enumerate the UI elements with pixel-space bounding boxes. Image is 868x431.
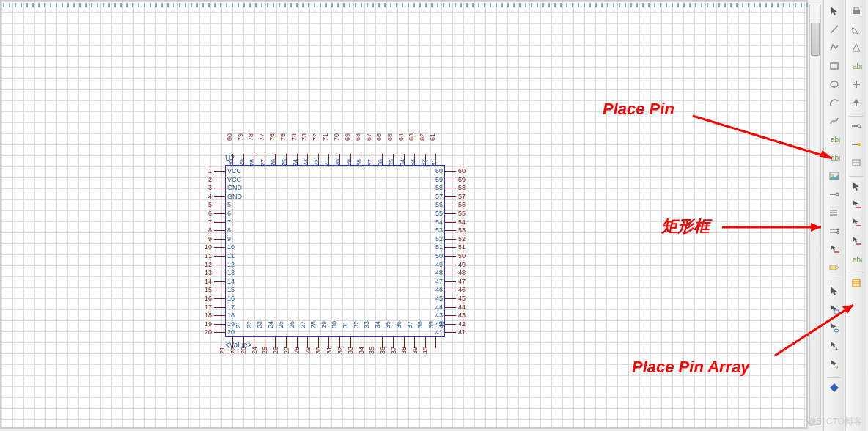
pin-53[interactable]: 5353	[445, 226, 456, 235]
pin-name: 49	[435, 261, 443, 268]
pin-6[interactable]: 66	[214, 210, 225, 218]
diamond-button[interactable]	[825, 379, 843, 397]
separator	[826, 277, 842, 281]
pin-62[interactable]: 6262	[422, 154, 430, 165]
c-pin-button[interactable]	[847, 136, 865, 153]
pin-12[interactable]: 1212	[214, 261, 225, 269]
line-button[interactable]	[825, 21, 843, 38]
text-lbl-button[interactable]: abc	[847, 57, 865, 75]
oval-button[interactable]	[825, 75, 843, 93]
poly-button[interactable]	[825, 39, 843, 56]
pin-67[interactable]: 6767	[368, 154, 376, 165]
pin-48[interactable]: 4848	[445, 269, 456, 277]
pin-14[interactable]: 1414	[214, 278, 225, 286]
pin-43[interactable]: 4343	[445, 312, 456, 320]
pin-50[interactable]: 5050	[445, 252, 456, 260]
pin-18[interactable]: 1818	[214, 312, 225, 320]
pin-47[interactable]: 4747	[445, 278, 456, 286]
pin-7[interactable]: 77	[214, 218, 225, 226]
pin-8[interactable]: 88	[214, 226, 225, 235]
pin-52[interactable]: 5252	[445, 235, 456, 243]
pin-array-button[interactable]	[847, 274, 865, 292]
scrollbar-thumb[interactable]	[811, 23, 820, 56]
bus-cursor-button[interactable]	[847, 232, 865, 250]
component-body[interactable]	[225, 165, 445, 337]
pin-65[interactable]: 6565	[389, 154, 397, 165]
pin-number: 18	[205, 312, 212, 319]
rect-button[interactable]	[825, 57, 843, 75]
print-button[interactable]	[847, 2, 865, 20]
image-button[interactable]	[825, 167, 843, 185]
pin-button[interactable]	[847, 117, 865, 135]
pin-45[interactable]: 4545	[445, 295, 456, 303]
pin-51[interactable]: 5151	[445, 243, 456, 251]
pin-77[interactable]: 7777	[261, 154, 269, 165]
pin-44[interactable]: 4444	[445, 303, 456, 312]
pin-58[interactable]: 5858	[445, 184, 456, 192]
watermark: @51CTO博客	[807, 416, 862, 428]
pin-11[interactable]: 1111	[214, 252, 225, 260]
pin-71[interactable]: 7171	[325, 154, 333, 165]
pin-13[interactable]: 1313	[214, 269, 225, 277]
pin-name: 10	[227, 243, 235, 251]
pin-70[interactable]: 7070	[336, 154, 344, 165]
pin-74[interactable]: 7474	[293, 154, 301, 165]
pin-54[interactable]: 5454	[445, 218, 456, 226]
net-cursor-button[interactable]	[847, 196, 865, 213]
pin-1[interactable]: 1VCC	[214, 167, 225, 175]
pin-9[interactable]: 99	[214, 235, 225, 243]
net-button[interactable]	[825, 240, 843, 258]
pin-bus-button[interactable]	[825, 204, 843, 221]
param-button[interactable]	[847, 154, 865, 172]
pin-66[interactable]: 6666	[378, 154, 386, 165]
pin-55[interactable]: 5555	[445, 210, 456, 218]
pin-15[interactable]: 1515	[214, 286, 225, 294]
cursor-button[interactable]	[825, 2, 843, 20]
pin-19[interactable]: 1919	[214, 320, 225, 328]
cursor2-button[interactable]	[825, 282, 843, 300]
pin-20[interactable]: 2020	[214, 328, 225, 336]
plus-button[interactable]	[847, 75, 865, 93]
pointer-button[interactable]	[847, 177, 865, 195]
pin-56[interactable]: 5656	[445, 201, 456, 209]
pin-name: 72	[313, 152, 320, 166]
pin-72[interactable]: 7272	[315, 154, 323, 165]
pin-63[interactable]: 6363	[411, 154, 419, 165]
vertical-scrollbar[interactable]	[809, 4, 821, 425]
svg-text:abc: abc	[853, 256, 862, 264]
pin-69[interactable]: 6969	[347, 154, 355, 165]
wire-cursor-button[interactable]	[847, 214, 865, 232]
pin-64[interactable]: 6464	[400, 154, 408, 165]
pin-73[interactable]: 7373	[304, 154, 312, 165]
pin-17[interactable]: 1717	[214, 303, 225, 312]
pin-76[interactable]: 7676	[271, 154, 279, 165]
arrow-up-button[interactable]	[847, 94, 865, 111]
pin-80[interactable]: 8080	[229, 154, 237, 165]
text-cursor-button[interactable]: abc	[847, 251, 865, 268]
pin-10[interactable]: 1010	[214, 243, 225, 251]
triangle-button[interactable]	[847, 39, 865, 56]
pin-4[interactable]: 4GND	[214, 193, 225, 201]
pin-16[interactable]: 1616	[214, 295, 225, 303]
pin-61[interactable]: 6161	[432, 154, 440, 165]
pin-number: 61	[429, 126, 436, 141]
pin-2[interactable]: 2VCC	[214, 176, 225, 184]
pin-name: 8	[227, 226, 231, 234]
pin-60[interactable]: 6060	[445, 167, 456, 175]
pin-42[interactable]: 4242	[445, 320, 456, 328]
pin-59[interactable]: 5959	[445, 176, 456, 184]
pin-46[interactable]: 4646	[445, 286, 456, 294]
pin-41[interactable]: 4141	[445, 328, 456, 336]
port-button[interactable]	[825, 259, 843, 276]
pin-3[interactable]: 3GND	[214, 184, 225, 192]
pin-57[interactable]: 5757	[445, 193, 456, 201]
pin-5[interactable]: 55	[214, 201, 225, 209]
pin-78[interactable]: 7878	[250, 154, 258, 165]
pin-single-button[interactable]	[825, 185, 843, 203]
pin-68[interactable]: 6868	[357, 154, 365, 165]
pin-40[interactable]: 4040	[432, 337, 440, 348]
pin-49[interactable]: 4949	[445, 261, 456, 269]
pin-75[interactable]: 7575	[282, 154, 290, 165]
pin-79[interactable]: 7979	[240, 154, 248, 165]
angle-button[interactable]	[847, 21, 865, 38]
